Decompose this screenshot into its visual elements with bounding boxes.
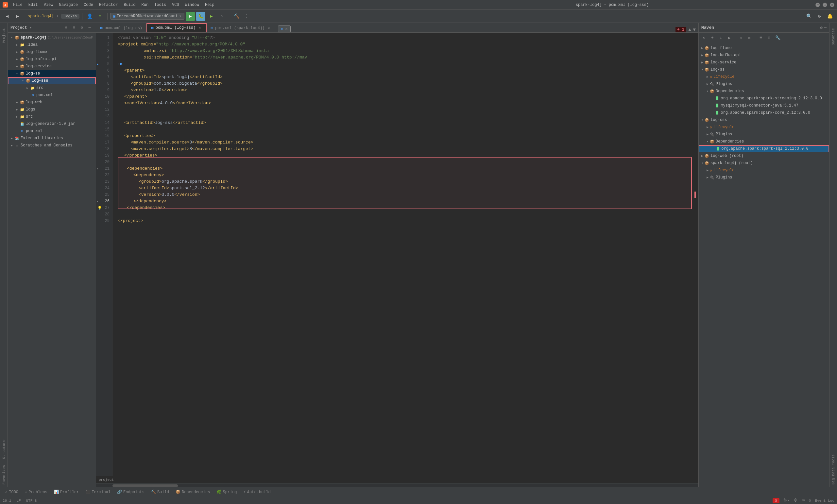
project-dropdown[interactable]: ▾	[30, 25, 32, 30]
vcs-button[interactable]: ⬆	[95, 12, 105, 21]
tree-item-logs[interactable]: ▶ 📁 logs	[8, 106, 96, 113]
maven-item-deps-ss[interactable]: ▾ 📦 Dependencies	[699, 88, 829, 95]
bottom-tab-endpoints[interactable]: 🔗 Endpoints	[114, 489, 147, 495]
bottom-tab-build[interactable]: 🔨 Build	[148, 489, 172, 495]
editor-scrollbar-h[interactable]	[96, 484, 698, 487]
maven-item-log-kafka-api[interactable]: ▶ 📦 log-kafka-api	[699, 52, 829, 59]
maximize-button[interactable]: □	[823, 3, 827, 7]
branch-label[interactable]: log-ss	[61, 14, 79, 19]
ime-icon[interactable]: S	[772, 498, 779, 503]
back-button[interactable]: ◀	[3, 12, 12, 21]
run-button[interactable]: ▶	[186, 12, 195, 21]
menu-navigate[interactable]: Navigate	[56, 2, 81, 8]
run-config-selector[interactable]: ▣ ForeachRDDNetworkWordCount ▾	[110, 13, 184, 20]
maven-dep-spark-streaming[interactable]: ▶ ▐▌ org.apache.spark:spark-streaming_2.…	[699, 95, 829, 102]
settings-panel-button[interactable]: ⚙	[78, 24, 85, 31]
settings-button[interactable]: ⚙	[815, 12, 824, 21]
maven-dep-mysql[interactable]: ▶ ▐▌ mysql:mysql-connector-java:5.1.47	[699, 102, 829, 109]
scroll-up-button[interactable]: ▲	[688, 27, 691, 32]
microphone-icon[interactable]: 🎙	[794, 498, 798, 503]
language-switcher[interactable]: 英·	[783, 498, 789, 503]
maven-item-plugins-ss[interactable]: ▶ 🔌 Plugins	[699, 80, 829, 88]
maven-item-log-web[interactable]: ▶ 📦 log-web (root)	[699, 152, 829, 160]
profile-run-button[interactable]: ⚡	[217, 12, 226, 21]
maven-lifecycle-button[interactable]: m	[737, 34, 745, 42]
maven-item-log-service[interactable]: ▶ 📦 log-service	[699, 59, 829, 66]
bottom-tab-terminal[interactable]: ⬛ Terminal	[83, 489, 113, 495]
tree-item-log-kafka-api[interactable]: ▶ 📦 log-kafka-api	[8, 56, 96, 63]
menu-file[interactable]: File	[11, 2, 25, 8]
maven-item-log-ss[interactable]: ▾ 📦 log-ss	[699, 66, 829, 73]
tree-item-log-ss[interactable]: ▾ 📦 log-ss	[8, 70, 96, 77]
tree-item-pom-xml-sss[interactable]: ▶ m pom.xml	[8, 91, 96, 99]
close-panel-button[interactable]: ─	[86, 24, 93, 31]
menu-refactor[interactable]: Refactor	[96, 2, 121, 8]
maven-item-lifecycle-ss[interactable]: ▶ ⊙ Lifecycle	[699, 73, 829, 80]
menu-window[interactable]: Window	[182, 2, 202, 8]
maven-dep-spark-sql[interactable]: ▶ ▐▌ org.apache.spark:spark-sql_2.12:3.0…	[699, 145, 829, 152]
maven-item-log-flume[interactable]: ▶ 📦 log-flume	[699, 44, 829, 52]
notification-close[interactable]: ✕	[285, 26, 288, 31]
project-tab-vertical[interactable]: Project	[1, 25, 7, 46]
maven-item-lifecycle-root[interactable]: ▶ ⊙ Lifecycle	[699, 167, 829, 174]
tree-item-src-root[interactable]: ▶ 📁 src	[8, 113, 96, 120]
bottom-tab-todo[interactable]: ✓ TODO	[3, 489, 21, 495]
tab-close-spark-log4j[interactable]: ✕	[266, 26, 271, 31]
bigdata-tab-vertical[interactable]: Big Data Tools	[831, 452, 836, 487]
tab-close-log-sss[interactable]: ✕	[197, 25, 202, 30]
scroll-down-button[interactable]: ▼	[693, 27, 696, 32]
maven-plugins-btn[interactable]: m	[745, 34, 753, 42]
maven-item-spark-log4j[interactable]: ▾ 📦 spark-log4j (root)	[699, 160, 829, 167]
maven-item-log-sss[interactable]: ▾ 📦 log-sss	[699, 116, 829, 124]
tree-item-scratches[interactable]: ▶ ✏️ Scratches and Consoles	[8, 142, 96, 149]
tree-item-log-service[interactable]: ▶ 📦 log-service	[8, 63, 96, 70]
coverage-button[interactable]: ▶	[207, 12, 216, 21]
tree-item-idea[interactable]: ▶ 📁 .idea	[8, 41, 96, 48]
bottom-tab-autobuild[interactable]: ⚡ Auto-build	[241, 489, 273, 495]
collapse-all-button[interactable]: ≡	[70, 24, 77, 31]
menu-run[interactable]: Run	[139, 2, 151, 8]
menu-vcs[interactable]: VCS	[170, 2, 182, 8]
tree-item-src[interactable]: ▶ 📁 src	[8, 84, 96, 91]
minimize-button[interactable]: ─	[815, 3, 820, 7]
close-button[interactable]: ✕	[830, 3, 834, 7]
maven-collapse-button[interactable]: ≡	[757, 34, 765, 42]
menu-build[interactable]: Build	[121, 2, 138, 8]
code-editor[interactable]: <?xml version="1.0" encoding="UTF-8"?> <…	[112, 33, 698, 476]
tab-pom-spark-log4j[interactable]: m pom.xml (spark-log4j) ✕	[207, 23, 275, 32]
menu-tools[interactable]: Tools	[152, 2, 169, 8]
notifications-button[interactable]: 🔔	[825, 12, 834, 21]
settings-icon-status[interactable]: ⚙	[808, 498, 811, 503]
bottom-tab-problems[interactable]: ⚠ Problems	[22, 489, 50, 495]
maven-settings-button[interactable]: ⚙	[820, 25, 823, 31]
profile-button[interactable]: 👤	[85, 12, 94, 21]
menu-edit[interactable]: Edit	[26, 2, 40, 8]
maven-filter-button[interactable]: 🔧	[774, 34, 782, 42]
maven-add-button[interactable]: +	[709, 34, 716, 42]
favorites-tab-vertical[interactable]: Favorites	[1, 463, 7, 487]
maven-run-button[interactable]: ▶	[726, 34, 733, 42]
locate-in-tree-button[interactable]: ⊕	[63, 24, 70, 31]
menu-view[interactable]: View	[41, 2, 56, 8]
tree-item-log-web[interactable]: ▶ 📦 log-web	[8, 99, 96, 106]
forward-button[interactable]: ▶	[13, 12, 22, 21]
bottom-tab-spring[interactable]: 🌿 Spring	[214, 489, 239, 495]
keyboard-icon[interactable]: ⌨	[802, 498, 805, 503]
maven-minimize-button[interactable]: ─	[824, 25, 826, 31]
tab-pom-log-sss[interactable]: m pom.xml (log-sss) ✕	[146, 23, 207, 32]
maven-expand-button[interactable]: ⊞	[765, 34, 773, 42]
menu-help[interactable]: Help	[202, 2, 217, 8]
tree-item-log-sss[interactable]: ▾ 📦 log-sss	[8, 77, 96, 84]
structure-tab-vertical[interactable]: Structure	[1, 437, 7, 462]
maven-download-button[interactable]: ⬇	[717, 34, 725, 42]
bottom-tab-profiler[interactable]: 📊 Profiler	[51, 489, 82, 495]
bottom-tab-dependencies[interactable]: 📦 Dependencies	[173, 489, 213, 495]
more-run-button[interactable]: ⋮	[242, 12, 251, 21]
project-name-label[interactable]: spark-log4j	[28, 14, 54, 19]
scrollbar-thumb-h[interactable]	[112, 484, 178, 487]
tree-item-external-libs[interactable]: ▶ 📚 External Libraries	[8, 135, 96, 142]
maven-dep-spark-core[interactable]: ▶ ▐▌ org.apache.spark:spark-core_2.12:3.…	[699, 109, 829, 116]
maven-refresh-button[interactable]: ↻	[700, 34, 708, 42]
tab-pom-log-ss[interactable]: m pom.xml (log-ss)	[96, 23, 146, 32]
maven-item-plugins-root[interactable]: ▶ 🔌 Plugins	[699, 174, 829, 181]
